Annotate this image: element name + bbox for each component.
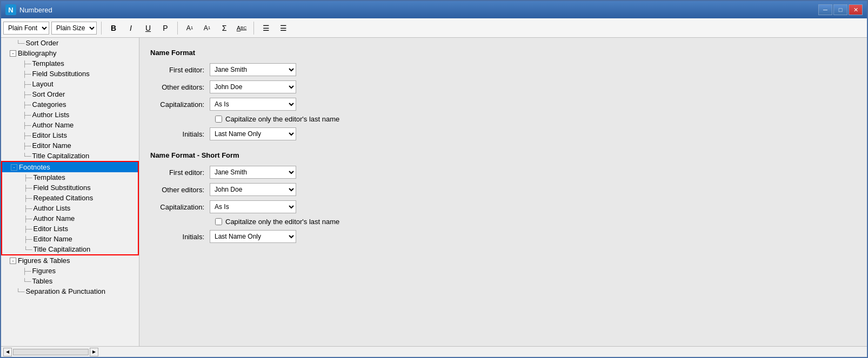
sidebar-item-fn-field-subs[interactable]: ├─ Field Substitutions	[2, 183, 138, 193]
window-title: Numbered	[19, 6, 818, 14]
capitalize-checkbox-row: Capitalize only the editor's last name	[215, 115, 856, 123]
toolbar: Plain Font Plain Size B I U P A1 A1 Σ AB…	[1, 18, 867, 38]
sidebar-item-bib-editor-name[interactable]: ├─ Editor Name	[1, 140, 139, 151]
short-capitalize-checkbox[interactable]	[215, 218, 222, 225]
sidebar-item-figures[interactable]: ├─ Figures	[1, 266, 139, 276]
other-editors-row: Other editors: John Doe	[150, 80, 856, 93]
maximize-button[interactable]: □	[833, 4, 847, 15]
sidebar-item-bib-editor-lists[interactable]: ├─ Editor Lists	[1, 130, 139, 140]
sidebar-item-fn-title-cap[interactable]: └─ Title Capitalization	[2, 244, 138, 254]
sidebar-item-tables[interactable]: └─ Tables	[1, 276, 139, 286]
short-capitalize-checkbox-row: Capitalize only the editor's last name	[215, 218, 856, 226]
name-format-title: Name Format	[150, 49, 856, 57]
sidebar-item-bib-field-subs[interactable]: ├─ Field Substitutions	[1, 69, 139, 79]
short-capitalization-row: Capitalization: As Is	[150, 200, 856, 213]
name-format-short-title: Name Format - Short Form	[150, 151, 856, 159]
sidebar-item-bib-author-name[interactable]: ├─ Author Name	[1, 120, 139, 130]
other-editors-select[interactable]: John Doe	[210, 80, 296, 93]
sidebar-item-bib-author-lists[interactable]: ├─ Author Lists	[1, 110, 139, 120]
capitalization-select[interactable]: As Is	[210, 98, 296, 111]
app-window: N Numbered ─ □ ✕ Plain Font Plain Size B…	[0, 0, 868, 358]
toolbar-sep-3	[253, 22, 254, 35]
superscript-button[interactable]: A1	[182, 21, 197, 35]
short-capitalize-checkbox-label: Capitalize only the editor's last name	[225, 218, 339, 226]
abc-button[interactable]: ABC	[234, 21, 249, 35]
minimize-button[interactable]: ─	[818, 4, 832, 15]
short-other-editors-select[interactable]: John Doe	[210, 183, 296, 196]
sidebar: └─ Sort Order - Bibliography ├─ Template…	[1, 38, 139, 346]
scroll-left-button[interactable]: ◀	[3, 348, 12, 356]
sidebar-item-fn-editor-lists[interactable]: ├─ Editor Lists	[2, 224, 138, 234]
font-select[interactable]: Plain Font	[3, 22, 49, 35]
sidebar-item-figures-tables[interactable]: - Figures & Tables	[1, 255, 139, 266]
short-other-editors-row: Other editors: John Doe	[150, 183, 856, 196]
short-first-editor-label: First editor:	[150, 168, 210, 177]
align-left-button[interactable]: ☰	[258, 21, 273, 35]
short-first-editor-row: First editor: Jane Smith	[150, 166, 856, 179]
sidebar-item-sort-order-top[interactable]: └─ Sort Order	[1, 38, 139, 48]
sigma-button[interactable]: Σ	[217, 21, 232, 35]
sidebar-item-fn-author-lists[interactable]: ├─ Author Lists	[2, 203, 138, 213]
title-buttons: ─ □ ✕	[818, 4, 863, 15]
name-format-short-section: Name Format - Short Form First editor: J…	[150, 151, 856, 243]
subscript-button[interactable]: A1	[199, 21, 215, 35]
expand-bibliography[interactable]: -	[10, 50, 16, 57]
bold-button[interactable]: B	[106, 21, 121, 35]
short-other-editors-label: Other editors:	[150, 186, 210, 194]
name-format-section: Name Format First editor: Jane Smith Oth…	[150, 49, 856, 140]
content-area: Name Format First editor: Jane Smith Oth…	[139, 38, 867, 346]
first-editor-select[interactable]: Jane Smith	[210, 63, 296, 76]
sidebar-item-bib-layout[interactable]: ├─ Layout	[1, 79, 139, 89]
horizontal-scroll: ◀ ▶	[3, 348, 98, 356]
initials-select[interactable]: Last Name Only	[210, 127, 296, 140]
expand-footnotes[interactable]: -	[11, 164, 17, 171]
sidebar-item-sep-punct[interactable]: └─ Separation & Punctuation	[1, 286, 139, 296]
app-icon: N	[5, 4, 16, 15]
sidebar-item-fn-author-name[interactable]: ├─ Author Name	[2, 213, 138, 224]
align-justify-button[interactable]: ☰	[276, 21, 291, 35]
scroll-track[interactable]	[13, 349, 89, 355]
other-editors-label: Other editors:	[150, 83, 210, 91]
sidebar-item-bib-templates[interactable]: ├─ Templates	[1, 58, 139, 69]
sidebar-item-bib-sort-order[interactable]: ├─ Sort Order	[1, 89, 139, 99]
capitalize-checkbox-label: Capitalize only the editor's last name	[225, 115, 339, 123]
short-initials-select[interactable]: Last Name Only	[210, 230, 296, 243]
toolbar-sep-1	[101, 22, 102, 35]
sidebar-item-footnotes[interactable]: - Footnotes	[2, 162, 138, 172]
first-editor-row: First editor: Jane Smith	[150, 63, 856, 76]
initials-label: Initials:	[150, 130, 210, 138]
sidebar-item-bib-categories[interactable]: ├─ Categories	[1, 99, 139, 110]
bottom-bar: ◀ ▶	[1, 346, 867, 357]
short-capitalization-select[interactable]: As Is	[210, 200, 296, 213]
short-initials-row: Initials: Last Name Only	[150, 230, 856, 243]
expand-figures-tables[interactable]: -	[10, 258, 16, 264]
scroll-right-button[interactable]: ▶	[90, 348, 98, 356]
capitalize-checkbox[interactable]	[215, 116, 222, 123]
main-content: └─ Sort Order - Bibliography ├─ Template…	[1, 38, 867, 346]
sidebar-item-fn-repeated-cit[interactable]: ├─ Repeated Citations	[2, 193, 138, 203]
close-button[interactable]: ✕	[849, 4, 863, 15]
capitalization-row: Capitalization: As Is	[150, 98, 856, 111]
short-initials-label: Initials:	[150, 233, 210, 241]
sidebar-item-bib-title-cap[interactable]: └─ Title Capitalization	[1, 151, 139, 161]
initials-row: Initials: Last Name Only	[150, 127, 856, 140]
italic-button[interactable]: I	[123, 21, 138, 35]
short-capitalization-label: Capitalization:	[150, 203, 210, 211]
toolbar-sep-2	[177, 22, 178, 35]
size-select[interactable]: Plain Size	[51, 22, 97, 35]
short-first-editor-select[interactable]: Jane Smith	[210, 166, 296, 179]
sidebar-item-fn-templates[interactable]: ├─ Templates	[2, 172, 138, 183]
underline-button[interactable]: U	[141, 21, 156, 35]
sidebar-item-bibliography[interactable]: - Bibliography	[1, 48, 139, 58]
first-editor-label: First editor:	[150, 66, 210, 74]
sidebar-item-fn-editor-name[interactable]: ├─ Editor Name	[2, 234, 138, 244]
capitalization-label: Capitalization:	[150, 100, 210, 109]
title-bar: N Numbered ─ □ ✕	[1, 1, 867, 18]
plain-button[interactable]: P	[158, 21, 173, 35]
